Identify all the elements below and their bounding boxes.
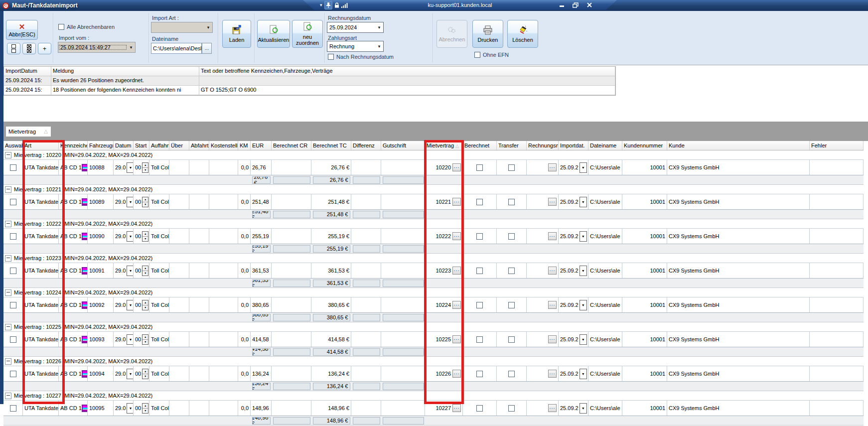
abort-button[interactable]: ✕ Abbr(ESC) [6,20,38,40]
rechnungsnr-lookup-button[interactable]: ··· [548,404,557,412]
datum-dropdown-button[interactable]: ▾ [127,231,134,242]
dateiname-input[interactable]: C:\Users\alena\Desk [151,43,202,54]
rechnungsnr-lookup-button[interactable]: ··· [548,163,557,171]
column-header-kennzeichen[interactable]: Kennzeichen [59,141,88,150]
auswahl-checkbox[interactable] [10,233,16,240]
alle-abrechenbaren-checkbox[interactable]: Alle Abrechenbaren [58,24,115,30]
collapse-group-icon[interactable] [5,289,11,296]
transfer-checkbox[interactable] [508,199,515,205]
column-header-kostenstelle[interactable]: Kostenstelle [209,141,238,150]
ohne-efn-checkbox[interactable]: Ohne EFN [474,52,509,58]
importdat-dropdown-button[interactable]: ▾ [579,266,587,276]
message-column-header-text-oder-betroffene-kennzeichen-fahrzeuge-vertr-ge[interactable]: Text oder betroffene Kennzeichen,Fahrzeu… [199,67,615,76]
berechnet-checkbox[interactable] [476,405,483,412]
berechnet-checkbox[interactable] [476,336,483,343]
transfer-checkbox[interactable] [508,371,515,377]
mietvertrag-lookup-button[interactable]: ··· [452,163,461,171]
collapse-group-icon[interactable] [5,186,11,193]
column-header-auswahl[interactable]: Auswahl [3,141,23,150]
select-all-button[interactable] [22,43,36,54]
mietvertrag-lookup-button[interactable]: ··· [452,267,461,275]
auswahl-checkbox[interactable] [10,336,16,343]
message-row[interactable]: 25.09.2024 15:Es wurden 26 Positionen zu… [4,76,615,86]
spinner-up-icon[interactable]: ▴ [143,369,148,374]
collapse-group-icon[interactable] [5,393,11,399]
start-spinner[interactable]: ▴▾ [142,369,148,379]
importdat-dropdown-button[interactable]: ▾ [579,162,587,173]
spinner-down-icon[interactable]: ▾ [143,305,148,310]
group-by-chip-mietvertrag[interactable]: Mietvertrag △ [5,126,51,137]
berechnet-checkbox[interactable] [476,199,483,205]
column-header-start[interactable]: Start [134,141,149,150]
importdat-dropdown-button[interactable]: ▾ [579,369,587,379]
aktualisieren-button[interactable]: Aktualisieren [257,20,290,48]
transfer-checkbox[interactable] [508,336,515,343]
berechnet-checkbox[interactable] [476,302,483,308]
transfer-checkbox[interactable] [508,233,515,240]
datum-dropdown-button[interactable]: ▾ [127,266,134,276]
start-spinner[interactable]: ▴▾ [142,162,148,173]
rdp-close-button[interactable] [586,2,593,8]
column-header-km[interactable]: KM [238,141,251,150]
start-spinner[interactable]: ▴▾ [142,300,148,310]
column-header-dateiname[interactable]: Dateiname [588,141,622,150]
auswahl-checkbox[interactable] [10,164,16,171]
datum-dropdown-button[interactable]: ▾ [127,403,134,414]
group-row-mietvertrag-10223[interactable]: Mietvertrag : 10223 (MIN=29.04.2022, MAX… [3,254,864,263]
collapse-group-icon[interactable] [5,358,11,365]
transfer-checkbox[interactable] [508,268,515,274]
spinner-up-icon[interactable]: ▴ [143,404,148,409]
column-header-gutschrift[interactable]: Gutschrift [381,141,425,150]
group-row-mietvertrag-10222[interactable]: Mietvertrag : 10222 (MIN=29.04.2022, MAX… [3,219,864,229]
rdp-restore-button[interactable] [572,2,579,8]
berechnet-checkbox[interactable] [476,164,483,171]
berechnet-checkbox[interactable] [476,371,483,377]
spinner-down-icon[interactable]: ▾ [143,374,148,379]
transfer-checkbox[interactable] [508,405,515,412]
datum-dropdown-button[interactable]: ▾ [127,300,134,310]
column-header-fahrzeugnr[interactable]: Fahrzeugnr [88,141,114,150]
collapse-group-icon[interactable] [5,152,11,158]
spinner-down-icon[interactable]: ▾ [143,237,148,241]
importdat-dropdown-button[interactable]: ▾ [579,334,587,345]
collapse-group-icon[interactable] [5,221,11,227]
importdat-dropdown-button[interactable]: ▾ [579,231,587,242]
column-header-art[interactable]: Art [23,141,59,150]
rechnungsnr-lookup-button[interactable]: ··· [548,232,557,240]
column-header-berechnet-cr[interactable]: Berechnet CR [272,141,311,150]
column-header-abfahrt[interactable]: Abfahrt [189,141,209,150]
group-row-mietvertrag-10221[interactable]: Mietvertrag : 10221 (MIN=29.04.2022, MAX… [3,185,864,194]
column-header-differenz[interactable]: Differenz [351,141,381,150]
datum-dropdown-button[interactable]: ▾ [127,369,134,379]
spinner-down-icon[interactable]: ▾ [143,168,148,172]
group-row-mietvertrag-10226[interactable]: Mietvertrag : 10226 (MIN=29.04.2022, MAX… [3,357,864,366]
column-header-ber[interactable]: Über [169,141,189,150]
loeschen-button[interactable]: Löschen [507,20,538,48]
group-row-mietvertrag-10220[interactable]: Mietvertrag : 10220 (MIN=29.04.2022, MAX… [3,150,864,160]
drucken-button[interactable]: Drucken [472,20,503,48]
transfer-checkbox[interactable] [508,302,515,308]
column-header-berechnet-tc[interactable]: Berechnet TC [311,141,351,150]
start-spinner[interactable]: ▴▾ [142,197,148,207]
rechnungsnr-lookup-button[interactable]: ··· [548,267,557,275]
importdat-dropdown-button[interactable]: ▾ [579,403,587,414]
column-header-transfer[interactable]: Transfer [497,141,527,150]
group-row-mietvertrag-10227[interactable]: Mietvertrag : 10227 (MIN=29.04.2022, MAX… [3,391,864,401]
spinner-up-icon[interactable]: ▴ [143,266,148,271]
datum-dropdown-button[interactable]: ▾ [127,197,134,207]
dateiname-browse-button[interactable]: … [202,43,212,54]
column-header-eur[interactable]: EUR [251,141,272,150]
datum-dropdown-button[interactable]: ▾ [127,334,134,345]
column-header-mietvertrag[interactable]: Mietvertrag△ [425,141,463,150]
message-column-header-importdatum[interactable]: ImportDatum [4,67,51,76]
spinner-down-icon[interactable]: ▾ [143,340,148,344]
spinner-down-icon[interactable]: ▾ [143,409,148,413]
collapse-group-icon[interactable] [5,255,11,262]
neu-zuordnen-button[interactable]: neu zuordnen [292,20,323,48]
start-spinner[interactable]: ▴▾ [142,403,148,414]
collapse-group-icon[interactable] [5,324,11,330]
berechnet-checkbox[interactable] [476,233,483,240]
auswahl-checkbox[interactable] [10,268,16,274]
berechnet-checkbox[interactable] [476,268,483,274]
column-header-rechnungsnr[interactable]: Rechnungsnr. [527,141,559,150]
